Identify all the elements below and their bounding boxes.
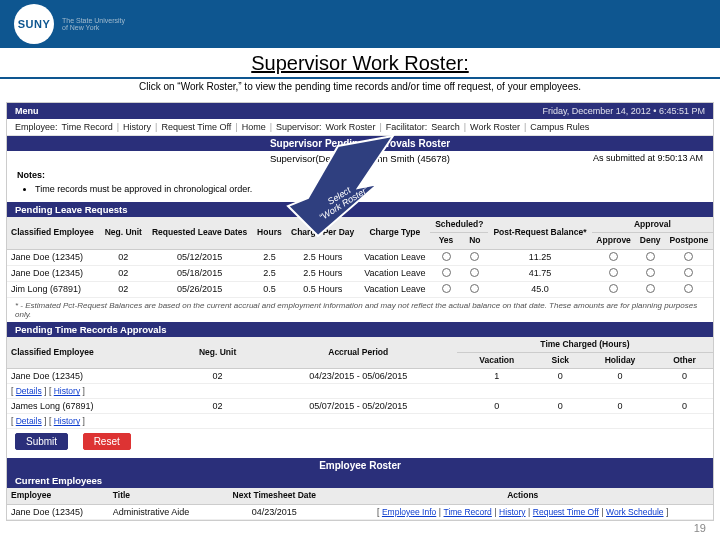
cell-postpone[interactable] [665,265,713,281]
cell-sched-no[interactable] [462,265,489,281]
reset-button[interactable]: Reset [83,433,131,450]
cell-neg: 02 [100,249,147,265]
cell-approve[interactable] [592,249,636,265]
brand-banner: SUNY The State University of New York [0,0,720,48]
trcol-hol: Holiday [584,353,656,369]
pending-leave-header: Pending Leave Requests [7,202,713,217]
roster-emp: Jane Doe (12345) [7,504,109,519]
menu-datetime: Friday, December 14, 2012 • 6:45:51 PM [542,106,705,116]
trcol-employee: Classified Employee [7,337,175,369]
cell-emp: James Long (67891) [7,399,175,414]
details-link[interactable]: Details [16,386,42,396]
roster-action-link[interactable]: Employee Info [382,507,436,517]
menu-bar: Menu Friday, December 14, 2012 • 6:45:51… [7,103,713,119]
cell-neg: 02 [100,281,147,297]
nav-facilitator-work-roster[interactable]: Work Roster [470,122,520,132]
cell-neg: 02 [175,399,259,414]
employee-roster-table: Employee Title Next Timesheet Date Actio… [7,488,713,519]
as-submitted: As submitted at 9:50:13 AM [593,153,703,163]
nav-home[interactable]: Home [242,122,266,132]
col-hours: Hours [253,217,286,249]
cell-hrs: 0.5 [253,281,286,297]
cell-links: [ Details ] [ History ] [7,384,713,399]
notes-block: Notes: Time records must be approved in … [7,166,713,202]
roster-actions: [ Employee Info | Time Record | History … [332,504,713,519]
history-link[interactable]: History [54,416,80,426]
cell-cpd: 2.5 Hours [286,265,359,281]
page-subtitle: Click on “Work Roster,” to view the pend… [0,81,720,92]
menu-label[interactable]: Menu [15,106,39,116]
cell-vac: 0 [457,399,537,414]
nav-work-roster[interactable]: Work Roster [326,122,376,132]
leave-footnote: * - Estimated Pct-Request Balances are b… [7,298,713,322]
col-ctype: Charge Type [359,217,430,249]
cell-sched-yes[interactable] [430,281,461,297]
cell-postpone[interactable] [665,249,713,265]
cell-cpd: 0.5 Hours [286,281,359,297]
roster-action-link[interactable]: Time Record [444,507,492,517]
rcol-date: Next Timesheet Date [216,488,332,504]
nav-history[interactable]: History [123,122,151,132]
section-header: Supervisor Pending Approvals Roster [7,136,713,151]
history-link[interactable]: History [54,386,80,396]
cell-approve[interactable] [592,265,636,281]
cell-deny[interactable] [635,249,665,265]
col-dates: Requested Leave Dates [147,217,253,249]
roster-action-link[interactable]: Work Schedule [606,507,663,517]
cell-emp: Jane Doe (12345) [7,265,100,281]
col-scheduled: Scheduled? [430,217,488,233]
cell-oth: 0 [656,399,713,414]
cell-hrs: 2.5 [253,265,286,281]
pending-tr-header: Pending Time Records Approvals [7,322,713,337]
rcol-actions: Actions [332,488,713,504]
cell-sick: 0 [537,399,584,414]
supervisor-line: Supervisor(Designee): John Smith (45678)… [7,151,713,166]
nav-facilitator-search[interactable]: Search [431,122,460,132]
cell-links: [ Details ] [ History ] [7,414,713,429]
cell-approve[interactable] [592,281,636,297]
cell-deny[interactable] [635,281,665,297]
note-item: Time records must be approved in chronol… [35,184,703,194]
col-approval: Approval [592,217,713,233]
cell-postpone[interactable] [665,281,713,297]
table-row: Jim Long (67891)0205/26/20150.50.5 Hours… [7,281,713,297]
suny-logo: SUNY [14,4,54,44]
cell-emp: Jane Doe (12345) [7,369,175,384]
cell-sched-yes[interactable] [430,249,461,265]
cell-date: 05/26/2015 [147,281,253,297]
cell-hrs: 2.5 [253,249,286,265]
trcol-charged: Time Charged (Hours) [457,337,713,353]
submit-button[interactable]: Submit [15,433,68,450]
cell-sched-no[interactable] [462,281,489,297]
details-link[interactable]: Details [16,416,42,426]
nav-employee-prefix: Employee: [15,122,58,132]
cell-balance: 45.0 [488,281,592,297]
logo-tagline: The State University of New York [62,17,125,32]
nav-time-record[interactable]: Time Record [62,122,113,132]
cell-deny[interactable] [635,265,665,281]
trcol-period: Accrual Period [260,337,457,369]
cell-period: 04/23/2015 - 05/06/2015 [260,369,457,384]
nav-request-time-off[interactable]: Request Time Off [161,122,231,132]
table-row-links: [ Details ] [ History ] [7,414,713,429]
col-neg: Neg. Unit [100,217,147,249]
cell-type: Vacation Leave [359,265,430,281]
cell-sched-no[interactable] [462,249,489,265]
cell-vac: 1 [457,369,537,384]
cell-sched-yes[interactable] [430,265,461,281]
col-employee: Classified Employee [7,217,100,249]
cell-type: Vacation Leave [359,249,430,265]
employee-roster-header: Employee Roster [7,458,713,473]
col-no: No [462,233,489,249]
roster-title: Administrative Aide [109,504,216,519]
col-balance: Post-Request Balance* [488,217,592,249]
cell-sick: 0 [537,369,584,384]
col-deny: Deny [635,233,665,249]
nav-campus-rules[interactable]: Campus Rules [530,122,589,132]
roster-action-link[interactable]: Request Time Off [533,507,599,517]
cell-neg: 02 [175,369,259,384]
col-approve: Approve [592,233,636,249]
trcol-neg: Neg. Unit [175,337,259,369]
current-employees-header: Current Employees [7,473,713,488]
roster-action-link[interactable]: History [499,507,525,517]
